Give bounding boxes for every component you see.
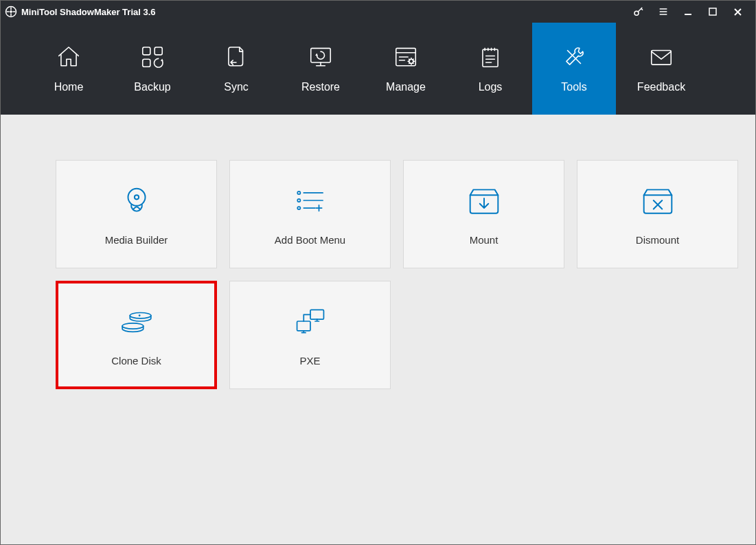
nav-label: Manage [386,81,426,93]
tools-grid: Media Builder Add Boot Menu [56,160,700,389]
dismount-icon [641,183,675,218]
sync-icon [223,44,249,70]
nav-label: Sync [224,81,249,93]
svg-rect-3 [143,47,150,55]
clone-disk-icon [119,304,154,338]
nav-backup[interactable]: Backup [111,23,194,115]
nav-tools[interactable]: Tools [532,23,616,115]
svg-rect-6 [311,48,331,62]
tile-label: Add Boot Menu [275,234,345,246]
svg-rect-4 [154,47,162,55]
svg-rect-9 [483,49,498,67]
tile-pxe[interactable]: PXE [229,281,391,389]
mount-icon [467,183,501,218]
svg-rect-10 [652,51,672,65]
minimize-button[interactable] [676,1,700,23]
svg-point-1 [634,11,639,15]
svg-rect-19 [310,310,323,319]
tools-content: Media Builder Add Boot Menu [1,115,755,389]
nav-label: Tools [561,81,586,93]
close-button[interactable] [725,1,750,23]
tools-icon [561,44,587,70]
svg-point-11 [128,188,145,205]
nav-feedback[interactable]: Feedback [616,23,707,115]
maximize-button[interactable] [700,1,725,23]
manage-icon [393,44,419,70]
add-boot-menu-icon [293,183,328,218]
media-builder-icon [119,183,154,218]
nav-label: Backup [134,81,170,93]
restore-icon [308,44,334,70]
nav-restore[interactable]: Restore [278,23,363,115]
tile-dismount[interactable]: Dismount [577,160,738,268]
backup-icon [139,44,165,70]
app-title: MiniTool ShadowMaker Trial 3.6 [21,7,156,17]
svg-rect-20 [297,321,310,331]
svg-point-16 [122,323,144,328]
nav-logs[interactable]: Logs [448,23,532,115]
tile-clone-disk[interactable]: Clone Disk [56,281,217,389]
svg-point-12 [134,195,138,199]
feedback-icon [648,44,674,70]
svg-rect-5 [143,59,150,67]
tile-label: Mount [470,234,499,246]
nav-home[interactable]: Home [27,23,111,115]
menu-icon[interactable] [651,1,676,23]
nav-label: Home [54,81,84,93]
home-icon [56,44,82,70]
nav-label: Feedback [637,81,685,93]
main-nav: Home Backup Sync Restore [1,23,755,115]
tile-label: Dismount [636,234,679,246]
svg-point-13 [297,191,300,194]
svg-point-18 [138,314,140,316]
titlebar: MiniTool ShadowMaker Trial 3.6 [1,1,755,23]
svg-point-15 [297,207,300,209]
tile-add-boot-menu[interactable]: Add Boot Menu [229,160,391,268]
nav-manage[interactable]: Manage [363,23,448,115]
nav-label: Restore [301,81,340,93]
tile-label: PXE [299,355,320,367]
key-icon[interactable] [626,1,651,23]
logs-icon [477,44,503,70]
svg-point-14 [297,198,300,201]
nav-label: Logs [479,81,503,93]
pxe-icon [293,304,328,338]
app-logo-icon [5,5,17,18]
tile-label: Clone Disk [111,355,161,367]
tile-label: Media Builder [105,234,168,246]
tile-mount[interactable]: Mount [403,160,564,268]
tile-media-builder[interactable]: Media Builder [56,160,217,268]
nav-sync[interactable]: Sync [194,23,278,115]
svg-rect-2 [709,8,716,15]
